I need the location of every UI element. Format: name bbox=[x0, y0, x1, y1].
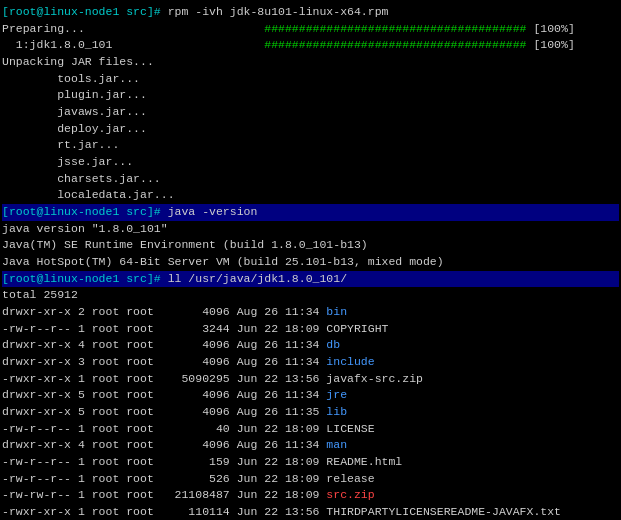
terminal-line: -rw-r--r-- 1 root root 3244 Jun 22 18:09… bbox=[2, 321, 619, 338]
terminal-line: drwxr-xr-x 5 root root 4096 Aug 26 11:35… bbox=[2, 404, 619, 421]
terminal-line: -rw-rw-r-- 1 root root 21108487 Jun 22 1… bbox=[2, 487, 619, 504]
terminal-line: drwxr-xr-x 3 root root 4096 Aug 26 11:34… bbox=[2, 354, 619, 371]
terminal-line: deploy.jar... bbox=[2, 121, 619, 138]
terminal-line: plugin.jar... bbox=[2, 87, 619, 104]
terminal-line: localedata.jar... bbox=[2, 187, 619, 204]
terminal-line: [root@linux-node1 src]# rpm -ivh jdk-8u1… bbox=[2, 4, 619, 21]
terminal-line: jsse.jar... bbox=[2, 154, 619, 171]
terminal-line: -rw-r--r-- 1 root root 40 Jun 22 18:09 L… bbox=[2, 421, 619, 438]
terminal-line: drwxr-xr-x 2 root root 4096 Aug 26 11:34… bbox=[2, 304, 619, 321]
terminal-line: -rwxr-xr-x 1 root root 110114 Jun 22 13:… bbox=[2, 504, 619, 520]
terminal-line: drwxr-xr-x 4 root root 4096 Aug 26 11:34… bbox=[2, 337, 619, 354]
terminal-line: [root@linux-node1 src]# java -version bbox=[2, 204, 619, 221]
terminal-line: Unpacking JAR files... bbox=[2, 54, 619, 71]
terminal-line: Java(TM) SE Runtime Environment (build 1… bbox=[2, 237, 619, 254]
terminal-line: javaws.jar... bbox=[2, 104, 619, 121]
terminal-line: Preparing... ###########################… bbox=[2, 21, 619, 38]
terminal-line: drwxr-xr-x 4 root root 4096 Aug 26 11:34… bbox=[2, 437, 619, 454]
terminal-line: tools.jar... bbox=[2, 71, 619, 88]
terminal-line: -rw-r--r-- 1 root root 159 Jun 22 18:09 … bbox=[2, 454, 619, 471]
terminal-line: -rw-r--r-- 1 root root 526 Jun 22 18:09 … bbox=[2, 471, 619, 488]
terminal-line: -rwxr-xr-x 1 root root 5090295 Jun 22 13… bbox=[2, 371, 619, 388]
terminal-line: 1:jdk1.8.0_101 #########################… bbox=[2, 37, 619, 54]
terminal-window: [root@linux-node1 src]# rpm -ivh jdk-8u1… bbox=[2, 4, 619, 520]
terminal-line: Java HotSpot(TM) 64-Bit Server VM (build… bbox=[2, 254, 619, 271]
terminal-line: drwxr-xr-x 5 root root 4096 Aug 26 11:34… bbox=[2, 387, 619, 404]
terminal-line: charsets.jar... bbox=[2, 171, 619, 188]
terminal-line: total 25912 bbox=[2, 287, 619, 304]
terminal-line: java version "1.8.0_101" bbox=[2, 221, 619, 238]
terminal-line: [root@linux-node1 src]# ll /usr/java/jdk… bbox=[2, 271, 619, 288]
terminal-line: rt.jar... bbox=[2, 137, 619, 154]
